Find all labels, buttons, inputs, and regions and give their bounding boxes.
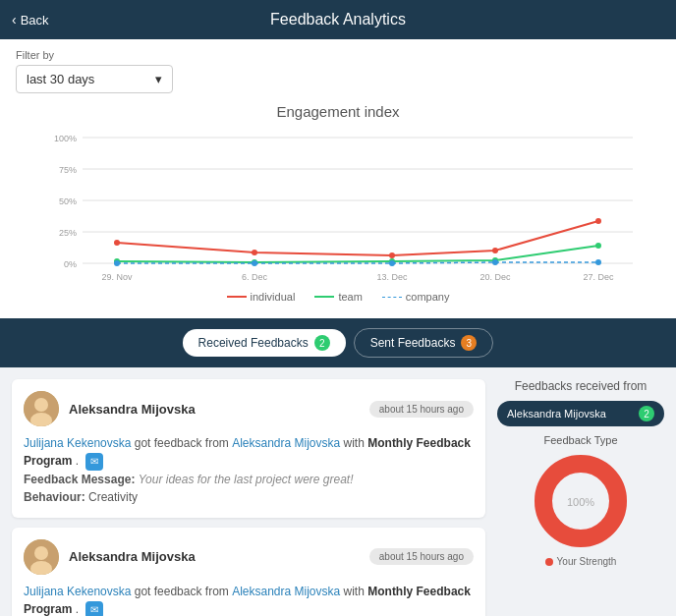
svg-text:0%: 0% (64, 259, 77, 269)
donut-legend: Your Strength (497, 556, 664, 567)
legend-team: team (314, 291, 362, 303)
svg-point-19 (595, 218, 601, 224)
feedback-message: Your ideas for the last project were gre… (139, 473, 354, 486)
svg-point-17 (389, 252, 395, 258)
chip-badge: 2 (639, 406, 654, 421)
feedback-list: Aleksandra Mijovska about 15 hours ago J… (12, 379, 485, 616)
card-body: Julijana Kekenovska got feedback from Al… (24, 583, 474, 616)
svg-text:100%: 100% (54, 134, 77, 143)
svg-text:13. Dec: 13. Dec (376, 272, 408, 282)
svg-text:6. Dec: 6. Dec (242, 272, 268, 282)
giver-name: Julijana Kekenovska (24, 436, 131, 450)
chart-section: Engagement index 100% 75% 50% 25% 0% 29.… (0, 93, 676, 318)
filter-dropdown[interactable]: last 30 days ▾ (16, 65, 173, 93)
message-icon: ✉ (85, 453, 103, 471)
svg-point-24 (595, 243, 601, 249)
tabs-bar: Received Feedbacks 2 Sent Feedbacks 3 (0, 318, 676, 367)
card-header: Aleksandra Mijovska about 15 hours ago (24, 539, 474, 575)
chip-person-name: Aleksandra Mijovska (507, 408, 606, 420)
svg-point-34 (34, 546, 48, 560)
svg-point-18 (492, 248, 498, 253)
tab-received[interactable]: Received Feedbacks 2 (183, 329, 346, 357)
card-person-name: Aleksandra Mijovska (69, 402, 369, 417)
message-icon: ✉ (85, 601, 103, 616)
legend-company-label: company (406, 291, 450, 303)
right-panel-title: Feedbacks received from (497, 379, 664, 393)
tab-sent-label: Sent Feedbacks (370, 336, 456, 350)
sent-badge: 3 (461, 335, 477, 351)
legend-company: company (382, 291, 450, 303)
svg-text:27. Dec: 27. Dec (583, 272, 614, 282)
main-content: Aleksandra Mijovska about 15 hours ago J… (0, 367, 676, 616)
svg-point-28 (492, 259, 498, 265)
svg-text:100%: 100% (567, 496, 594, 508)
page-title: Feedback Analytics (270, 11, 406, 28)
chevron-down-icon: ▾ (155, 72, 162, 86)
giver-name: Julijana Kekenovska (24, 585, 131, 598)
right-panel: Feedbacks received from Aleksandra Mijov… (497, 379, 664, 616)
legend-individual: individual (227, 291, 296, 303)
svg-text:75%: 75% (59, 165, 77, 175)
card-header: Aleksandra Mijovska about 15 hours ago (24, 391, 474, 426)
filter-section: Filter by last 30 days ▾ (0, 39, 676, 93)
back-label: Back (21, 13, 49, 28)
legend-strength-label: Your Strength (557, 556, 617, 567)
back-button[interactable]: ‹ Back (12, 12, 49, 28)
time-badge: about 15 hours ago (369, 548, 474, 565)
feedback-type-label: Feedback Type (497, 434, 664, 446)
filter-label: Filter by (16, 49, 660, 61)
time-badge: about 15 hours ago (369, 401, 474, 418)
avatar (24, 391, 59, 426)
receiver-name: Aleksandra Mijovska (232, 585, 340, 598)
feedback-card: Aleksandra Mijovska about 15 hours ago J… (12, 528, 485, 616)
svg-text:20. Dec: 20. Dec (479, 272, 511, 282)
svg-point-15 (114, 240, 120, 246)
legend-individual-label: individual (251, 291, 296, 303)
tab-received-label: Received Feedbacks (198, 336, 309, 350)
svg-point-16 (252, 250, 257, 255)
back-chevron-icon: ‹ (12, 12, 17, 28)
card-body: Julijana Kekenovska got feedback from Al… (24, 434, 474, 506)
svg-point-25 (114, 260, 120, 266)
receiver-name: Aleksandra Mijovska (232, 436, 340, 450)
svg-point-29 (595, 259, 601, 265)
svg-text:29. Nov: 29. Nov (101, 272, 133, 282)
legend-dot-strength (545, 558, 553, 566)
chart-title: Engagement index (16, 103, 660, 120)
svg-point-27 (389, 260, 395, 266)
app-header: ‹ Back Feedback Analytics (0, 0, 676, 39)
tab-sent[interactable]: Sent Feedbacks 3 (354, 328, 494, 358)
person-chip[interactable]: Aleksandra Mijovska 2 (497, 401, 664, 426)
avatar (24, 539, 59, 575)
chart-legend: individual team company (16, 291, 660, 303)
filter-value: last 30 days (27, 72, 94, 86)
behaviour: Creativity (88, 490, 138, 504)
received-badge: 2 (314, 335, 330, 351)
engagement-chart: 100% 75% 50% 25% 0% 29. Nov 6. Dec 13. D… (16, 128, 660, 285)
card-person-name: Aleksandra Mijovska (69, 549, 369, 564)
svg-point-26 (252, 260, 257, 266)
legend-team-label: team (338, 291, 362, 303)
donut-chart: 100% (497, 452, 664, 550)
feedback-card: Aleksandra Mijovska about 15 hours ago J… (12, 379, 485, 518)
svg-point-31 (34, 398, 48, 412)
svg-text:25%: 25% (59, 228, 77, 238)
svg-text:50%: 50% (59, 196, 77, 206)
